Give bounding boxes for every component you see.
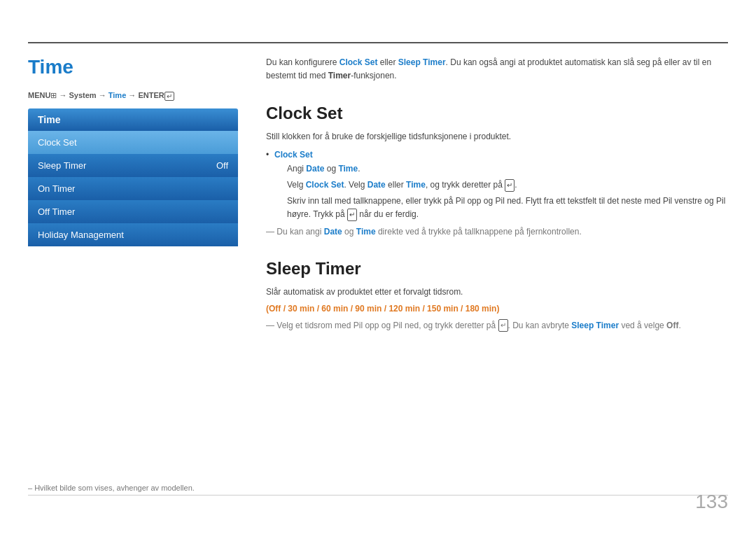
sidebar-item-offtimer[interactable]: Off Timer [28,200,238,223]
note-date: Date [324,227,342,237]
clock-set-sub2: Velg Clock Set. Velg Date eller Time, og… [287,178,728,192]
sidebar-offtimer-label: Off Timer [38,206,75,217]
sidebar-ontimer-label: On Timer [38,183,75,194]
time-label: Time [108,91,126,99]
bottom-divider [28,495,728,496]
enter-icon-2: ↵ [505,179,514,192]
arrow3: → [128,91,138,99]
top-divider [28,42,728,43]
page-number: 133 [695,491,728,513]
content-area: Du kan konfigurere Clock Set eller Sleep… [266,56,728,332]
sleep-options-text: (Off / 30 min / 60 min / 90 min / 120 mi… [266,304,499,314]
menu-path: MENU⊞ → System → Time → ENTER↵ [28,91,174,101]
clock-set-title: Clock Set [266,104,728,123]
menu-symbol: ⊞ [50,91,57,99]
sleep-options: (Off / 30 min / 60 min / 90 min / 120 mi… [266,304,728,314]
clock-set-bullet: Clock Set Angi Date og Time. Velg Clock … [274,148,728,221]
intro-text: Du kan konfigurere Clock Set eller Sleep… [266,56,728,83]
sleep-timer-subtitle: Slår automatisk av produktet etter et fo… [266,287,728,297]
time-label-1: Time [338,164,358,174]
clock-set-note: Du kan angi Date og Time direkte ved å t… [266,225,728,239]
clock-set-subtitle: Still klokken for å bruke de forskjellig… [266,132,728,141]
sidebar-item-sleeptimer[interactable]: Sleep Timer Off [28,154,238,177]
clock-set-sub3: Skriv inn tall med tallknappene, eller t… [287,195,728,221]
sleep-timer-title: Sleep Timer [266,259,728,279]
sidebar-header: Time [28,108,238,131]
intro-sleeptimer: Sleep Timer [398,57,446,67]
enter-icon-3: ↵ [347,209,357,221]
enter-icon-4: ↵ [498,319,508,332]
sidebar-sleeptimer-label: Sleep Timer [38,160,86,171]
sidebar-item-clockset[interactable]: Clock Set [28,131,238,154]
clock-set-sub1: Angi Date og Time. [287,162,728,176]
sidebar-item-ontimer[interactable]: On Timer [28,177,238,200]
sleep-timer-section: Sleep Timer Slår automatisk av produktet… [266,259,728,332]
enter-label: ENTER [138,91,164,99]
intro-timer: Timer [328,71,351,80]
sidebar: Time Clock Set Sleep Timer Off On Timer … [28,108,238,246]
bottom-footnote: – Hvilket bilde som vises, avhenger av m… [28,484,195,492]
menu-label: MENU [28,91,50,99]
intro-clockset: Clock Set [340,57,378,67]
system-label: System [69,91,97,99]
sleep-timer-ref: Sleep Timer [571,321,619,330]
date-label-2: Date [368,180,386,190]
note-time: Time [356,227,376,237]
off-ref: Off [666,321,678,330]
sidebar-item-holiday[interactable]: Holiday Management [28,223,238,246]
clock-set-bullet-label: Clock Set [274,150,313,160]
sleep-note: Velg et tidsrom med Pil opp og Pil ned, … [266,319,728,332]
clock-set-ref: Clock Set [306,180,344,190]
sidebar-holiday-label: Holiday Management [38,230,124,240]
sidebar-clockset-label: Clock Set [38,137,77,148]
page-title: Time [28,56,74,78]
enter-icon: ↵ [164,92,174,101]
time-label-2: Time [406,180,426,190]
clock-set-section: Clock Set Still klokken for å bruke de f… [266,104,728,239]
arrow1: → [59,91,69,99]
arrow2: → [99,91,108,99]
sidebar-sleeptimer-value: Off [216,160,228,171]
date-label-1: Date [306,164,324,174]
